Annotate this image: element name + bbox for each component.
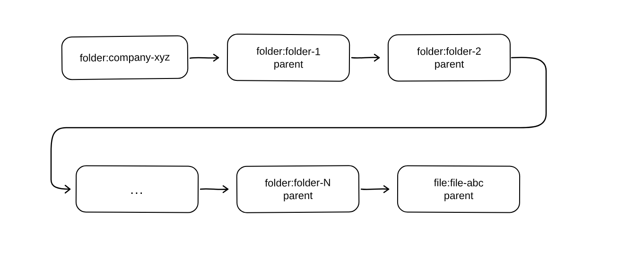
node-label: folder:folder-2 (417, 44, 481, 58)
wrap-arrow-icon (47, 57, 558, 199)
arrow-icon (360, 183, 396, 196)
flow-diagram: folder:company-xyz folder:folder-1 paren… (0, 0, 644, 279)
arrow-icon (200, 183, 235, 196)
node-label: folder:folder-1 (256, 44, 321, 58)
